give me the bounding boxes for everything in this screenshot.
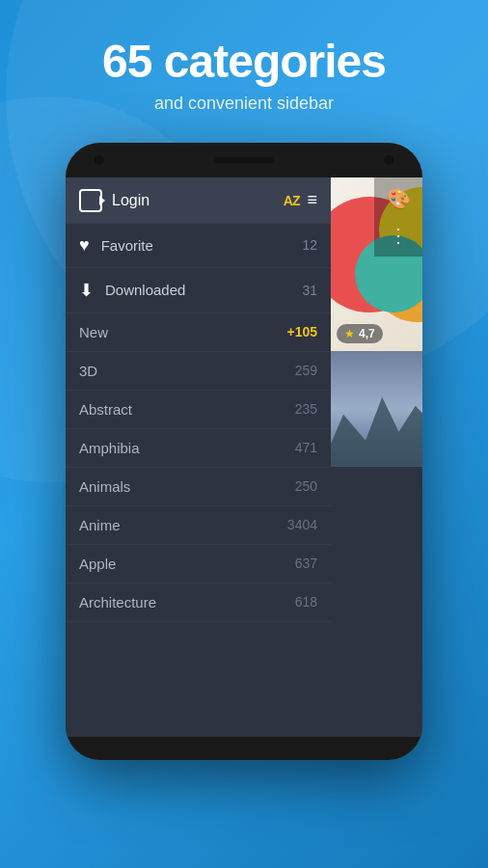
- favorite-count: 12: [302, 237, 317, 253]
- abstract-label: Abstract: [79, 401, 132, 418]
- sidebar-item-anime[interactable]: Anime 3404: [66, 506, 331, 545]
- sidebar-item-apple[interactable]: Apple 637: [66, 545, 331, 583]
- sidebar-item-3d[interactable]: 3D 259: [66, 352, 331, 391]
- amphibia-label: Amphibia: [79, 440, 140, 456]
- rating-badge-middle: ★ 4,7: [337, 324, 383, 343]
- sidebar-item-animals[interactable]: Animals 250: [66, 468, 331, 506]
- downloaded-count: 31: [302, 283, 317, 298]
- sidebar-item-amphibia[interactable]: Amphibia 471: [66, 429, 331, 468]
- phone-bottom-bar: [66, 737, 422, 760]
- sidebar-header-right: AZ ≡: [284, 190, 317, 210]
- 3d-count: 259: [295, 363, 317, 378]
- sidebar-header-left: Login: [79, 189, 149, 212]
- page-title: 65 categories: [102, 37, 386, 88]
- sidebar-item-architecture[interactable]: Architecture 618: [66, 583, 331, 622]
- new-label: New: [79, 324, 108, 340]
- login-icon: [79, 189, 102, 212]
- amphibia-count: 471: [295, 440, 317, 455]
- sidebar-item-new[interactable]: New +105: [66, 313, 331, 352]
- login-label[interactable]: Login: [112, 192, 149, 209]
- architecture-count: 618: [295, 594, 317, 610]
- sidebar-header: Login AZ ≡: [66, 177, 331, 224]
- animals-label: Animals: [79, 478, 130, 495]
- favorite-label: Favorite: [101, 237, 153, 254]
- architecture-label: Architecture: [79, 594, 156, 610]
- star-icon-middle: ★: [344, 327, 355, 340]
- page-subtitle: and convenient sidebar: [102, 94, 386, 114]
- downloaded-label: Downloaded: [105, 282, 185, 298]
- sidebar-item-downloaded[interactable]: ⬇ Downloaded 31: [66, 268, 331, 313]
- phone-speaker: [215, 157, 273, 163]
- abstract-count: 235: [295, 401, 317, 417]
- sidebar-item-favorite-left: ♥ Favorite: [79, 235, 153, 256]
- phone-top-bar: [66, 143, 422, 177]
- sidebar-item-downloaded-left: ⬇ Downloaded: [79, 280, 185, 301]
- phone-camera-right: [384, 155, 393, 165]
- phone-mockup: Login AZ ≡ ♥ Favorite 12: [66, 143, 422, 868]
- rating-value-middle: 4,7: [359, 327, 375, 340]
- mountain-shape: [331, 380, 422, 467]
- 3d-label: 3D: [79, 363, 97, 379]
- anime-count: 3404: [287, 517, 317, 532]
- apple-label: Apple: [79, 556, 116, 572]
- heart-icon: ♥: [79, 235, 90, 256]
- sidebar: Login AZ ≡ ♥ Favorite 12: [66, 177, 331, 737]
- sidebar-item-abstract[interactable]: Abstract 235: [66, 391, 331, 429]
- animals-count: 250: [295, 478, 317, 494]
- more-options-icon[interactable]: ⋮: [389, 224, 408, 247]
- az-sort-icon[interactable]: AZ: [284, 193, 300, 208]
- sidebar-item-favorite[interactable]: ♥ Favorite 12: [66, 224, 331, 268]
- apple-count: 637: [295, 556, 317, 571]
- download-icon: ⬇: [79, 280, 94, 301]
- palette-icon[interactable]: 🎨: [387, 187, 411, 210]
- filter-icon[interactable]: ≡: [307, 190, 317, 210]
- anime-label: Anime: [79, 517, 121, 533]
- preview-image-mountain: [331, 351, 422, 467]
- new-count-badge: +105: [286, 324, 317, 339]
- top-action-bar: 🎨 ⋮: [374, 177, 422, 257]
- wallpaper-preview: 🎨 ⋮: [331, 177, 422, 737]
- phone-camera-left: [95, 155, 104, 165]
